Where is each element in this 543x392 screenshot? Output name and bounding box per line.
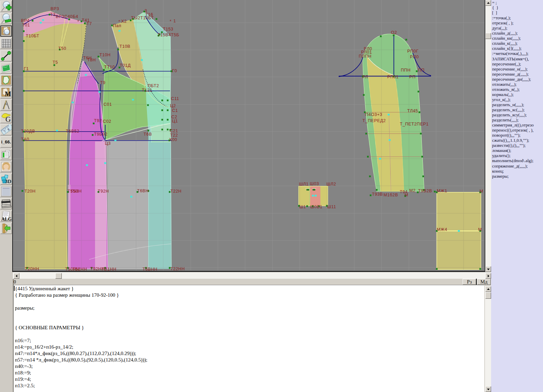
svg-text:ПП: ПП [418,68,425,73]
svg-text:Т121: Т121 [142,88,152,93]
svg-text:*: * [170,19,171,24]
svg-text:Х00: Х00 [169,137,177,142]
svg-text:Ш0В1: Ш0В1 [310,204,322,209]
svg-text:Х2: Х2 [121,19,127,24]
svg-text:М: М [480,189,483,194]
svg-text:Т10Н: Т10Н [99,53,111,57]
svg-text:1: 1 [173,19,176,23]
svg-text:ППН: ППН [401,68,411,73]
svg-text:Т10В: Т10В [119,44,130,49]
svg-text:М1б2В: М1б2В [383,193,398,197]
svg-text:МЖ4: МЖ4 [437,227,447,232]
svg-text:С11: С11 [171,96,179,101]
svg-text:ПЛПН: ПЛПН [359,54,372,59]
svg-text:С02: С02 [103,119,111,124]
svg-text:Т9Б92: Т9Б92 [94,132,108,137]
svg-text:П4О3+3: П4О3+3 [365,112,382,117]
svg-text:ВР4: ВР4 [21,18,30,23]
svg-text:Т20ДВ: Т20ДВ [21,129,35,134]
svg-text:РЛ: РЛ [362,75,368,79]
svg-text:М: М [478,227,482,232]
svg-text:М: М [405,193,408,197]
svg-text:3D: 3D [5,179,12,184]
svg-text:Ш03: Ш03 [310,181,319,186]
svg-text:С01: С01 [104,102,112,107]
svg-text:Т5: Т5 [53,60,58,65]
svg-text:Т50: Т50 [58,46,66,51]
svg-text:M: M [5,90,11,98]
svg-text:РП0Г: РП0Г [407,49,418,54]
svg-text:МЖ1: МЖ1 [437,189,447,193]
svg-text:Т01: Т01 [22,23,30,27]
svg-text:Т01Д: Т01Д [120,63,131,68]
svg-text:Т_ПЕРЕД2: Т_ПЕРЕД2 [362,118,386,123]
svg-text:О2: О2 [391,30,397,35]
svg-text:Т53Н: Т53Н [71,189,82,194]
svg-text:Т7: Т7 [87,21,92,26]
svg-text:ВР3: ВР3 [51,6,59,11]
svg-text:РП: РП [409,75,416,79]
svg-text:Т6ВН: Т6ВН [137,189,149,193]
svg-text:С21: С21 [170,129,178,133]
svg-text:ПБТ2: ПБТ2 [148,83,159,88]
svg-text:ТА0: ТА0 [21,137,29,142]
svg-text:Ш11: Ш11 [327,204,336,209]
svg-text:Г0: Г0 [172,68,177,73]
svg-text:Т20Н: Т20Н [24,189,36,194]
svg-text:Т93В: Т93В [372,192,383,197]
svg-text:G: G [5,115,11,123]
svg-text:М2: М2 [409,188,416,193]
svg-text:Пап: Пап [113,23,121,28]
svg-text:Т15В4Т5Б: Т15В4Т5Б [157,33,179,37]
svg-text:Ц2: Ц2 [170,103,176,108]
svg-text:Т92: Т92 [94,118,102,123]
svg-text:ALG: ALG [1,217,12,221]
svg-text:Т9В2В: Т9В2В [418,189,432,193]
svg-text:Т22Н: Т22Н [170,189,182,194]
svg-text:ВР3С40Б4: ВР3С40Б4 [56,14,78,19]
svg-text:ТЫ2Т10БТ: ТЫ2Т10БТ [131,16,154,20]
svg-text:Т6В: Т6В [144,132,152,137]
svg-text:*: * [77,19,79,24]
svg-text:A: A [5,102,7,106]
svg-text:РП01: РП01 [387,75,399,79]
svg-text:Ц3: Ц3 [105,141,111,146]
svg-text:Т10БТ: Т10БТ [26,34,39,38]
svg-text:Т8Н: Т8Н [87,58,96,62]
svg-text:Т22: Т22 [170,133,178,138]
svg-text:Ц1: Ц1 [172,119,178,123]
svg-text:Т6В52: Т6В52 [66,129,79,134]
svg-text:Т153: Т153 [163,27,173,32]
svg-text:Т92Н: Т92Н [98,189,109,194]
svg-text:Ш1: Ш1 [299,204,306,209]
svg-text:Т_ПЕТ2ПЕР1: Т_ПЕТ2ПЕР1 [400,122,429,126]
svg-text:РП0: РП0 [410,55,419,59]
svg-text:Т3: Т3 [50,12,56,17]
svg-text:Т9: Т9 [100,80,106,85]
svg-text:ШЛ1: ШЛ1 [299,182,308,187]
svg-text:ТЛ45: ТЛ45 [407,109,418,113]
svg-text:Г1: Г1 [24,66,29,71]
svg-text:С1: С1 [172,108,178,113]
svg-text:ТТ10: ТТ10 [104,65,115,70]
svg-text:ШЛ2: ШЛ2 [326,182,336,187]
